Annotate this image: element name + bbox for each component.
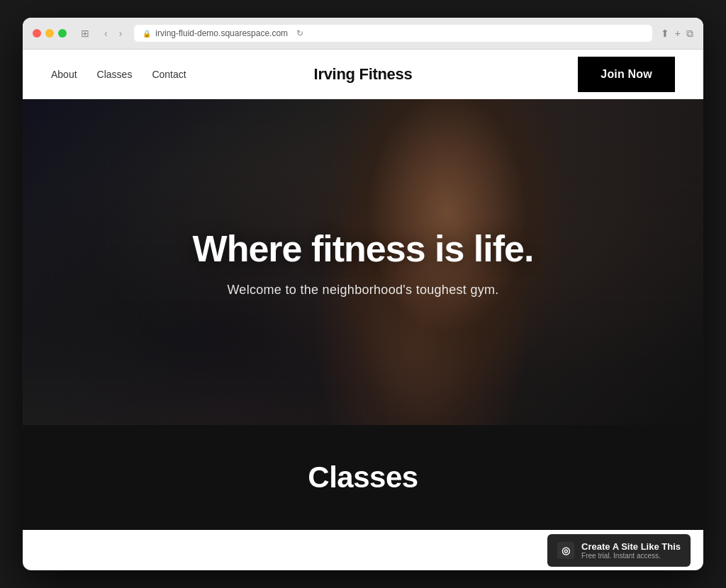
join-now-button[interactable]: Join Now bbox=[578, 57, 675, 92]
back-button[interactable]: ‹ bbox=[101, 26, 111, 40]
forward-button[interactable]: › bbox=[116, 26, 126, 40]
url-text: irving-fluid-demo.squarespace.com bbox=[155, 28, 288, 38]
lock-icon: 🔒 bbox=[143, 30, 151, 38]
site-navigation: About Classes Contact Irving Fitness Joi… bbox=[23, 50, 703, 99]
browser-dots bbox=[33, 29, 67, 38]
nav-about[interactable]: About bbox=[51, 69, 77, 80]
site-title: Irving Fitness bbox=[314, 65, 413, 84]
nav-links: About Classes Contact bbox=[51, 69, 186, 80]
refresh-icon[interactable]: ↻ bbox=[296, 28, 303, 38]
browser-chrome: ⊞ ‹ › 🔒 irving-fluid-demo.squarespace.co… bbox=[23, 18, 703, 50]
dot-minimize[interactable] bbox=[45, 29, 54, 38]
hero-content: Where fitness is life. Welcome to the ne… bbox=[193, 227, 534, 298]
squarespace-logo: ◎ bbox=[557, 542, 574, 559]
address-bar[interactable]: 🔒 irving-fluid-demo.squarespace.com ↻ bbox=[134, 25, 652, 42]
nav-contact[interactable]: Contact bbox=[152, 69, 186, 80]
hero-subtitle: Welcome to the neighborhood's toughest g… bbox=[193, 283, 534, 298]
browser-nav: ‹ › bbox=[101, 26, 125, 40]
new-tab-icon[interactable]: + bbox=[675, 28, 681, 39]
classes-title: Classes bbox=[51, 460, 675, 494]
nav-classes[interactable]: Classes bbox=[97, 69, 133, 80]
ss-main-text: Create A Site Like This bbox=[581, 541, 681, 552]
hero-section: Where fitness is life. Welcome to the ne… bbox=[23, 99, 703, 425]
browser-controls: ⊞ bbox=[78, 26, 92, 40]
tabs-icon[interactable]: ⧉ bbox=[686, 28, 693, 40]
browser-window: ⊞ ‹ › 🔒 irving-fluid-demo.squarespace.co… bbox=[23, 18, 703, 570]
ss-badge-text: Create A Site Like This Free trial. Inst… bbox=[581, 541, 681, 560]
classes-section: Classes bbox=[23, 425, 703, 530]
ss-sub-text: Free trial. Instant access. bbox=[581, 552, 681, 560]
window-grid-icon[interactable]: ⊞ bbox=[78, 26, 92, 40]
squarespace-badge[interactable]: ◎ Create A Site Like This Free trial. In… bbox=[547, 534, 691, 567]
dot-fullscreen[interactable] bbox=[58, 29, 67, 38]
share-icon[interactable]: ⬆ bbox=[661, 28, 669, 39]
dot-close[interactable] bbox=[33, 29, 41, 38]
website-content: About Classes Contact Irving Fitness Joi… bbox=[23, 50, 703, 530]
hero-title: Where fitness is life. bbox=[193, 227, 534, 270]
browser-actions: ⬆ + ⧉ bbox=[661, 28, 693, 40]
